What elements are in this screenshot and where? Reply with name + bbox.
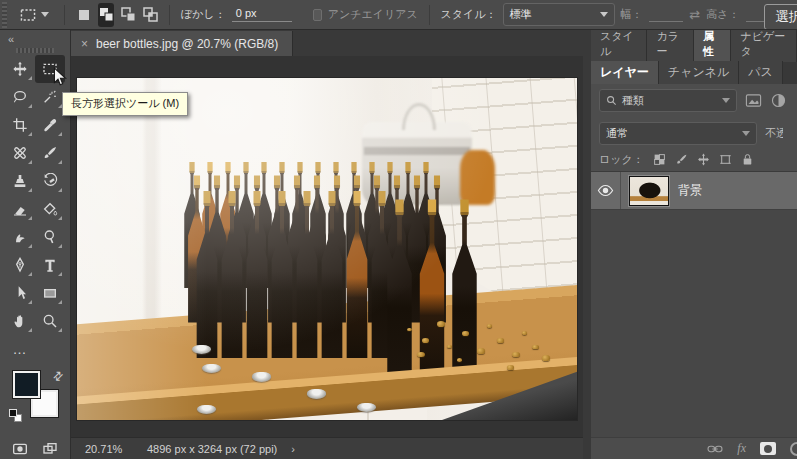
dock-divider[interactable] <box>583 30 591 459</box>
screen-mode-button[interactable] <box>35 435 65 459</box>
opacity-label: 不透明度： <box>765 126 783 141</box>
document-tab[interactable]: × beer bottles.jpg @ 20.7% (RGB/8) <box>71 31 293 56</box>
link-layers-icon[interactable] <box>707 442 723 456</box>
bottle-cap <box>462 331 469 336</box>
bottle-cap <box>422 338 429 343</box>
bottle-cap <box>487 324 492 328</box>
crop-tool[interactable] <box>5 111 35 139</box>
shape-tool[interactable] <box>35 279 65 307</box>
lock-artboard-icon[interactable] <box>719 153 732 166</box>
feather-input[interactable]: 0 px <box>232 7 292 22</box>
zoom-tool[interactable] <box>35 307 65 335</box>
style-label: スタイル： <box>441 7 497 22</box>
clone-stamp-tool[interactable] <box>5 167 35 195</box>
panel-tabs-top: スタイル カラー 属性 ナビゲータ <box>591 42 797 62</box>
lock-position-icon[interactable] <box>697 153 710 166</box>
zoom-level-field[interactable]: 20.71% <box>85 443 137 455</box>
history-brush-tool[interactable] <box>35 167 65 195</box>
magic-wand-icon <box>42 89 58 105</box>
layer-thumbnail[interactable] <box>629 176 669 206</box>
width-input[interactable] <box>649 7 684 22</box>
magic-wand-tool[interactable] <box>35 83 65 111</box>
foreground-color-swatch[interactable] <box>13 371 40 398</box>
filter-pixel-layers-button[interactable] <box>745 92 762 109</box>
select-and-mask-button[interactable]: 選択 <box>764 4 797 30</box>
lock-pixels-icon[interactable] <box>675 153 688 166</box>
paint-bucket-tool[interactable] <box>35 195 65 223</box>
tool-panel-grip[interactable] <box>16 48 54 53</box>
photo-beer-bottles[interactable] <box>77 78 577 420</box>
tool-tooltip: 長方形選択ツール (M) <box>62 92 188 116</box>
tab-paths[interactable]: パス <box>739 61 783 84</box>
tool-preset-dropdown[interactable] <box>15 5 53 25</box>
search-icon <box>606 95 617 106</box>
style-dropdown[interactable]: 標準 <box>503 3 615 26</box>
type-tool[interactable] <box>35 251 65 279</box>
hand-tool[interactable] <box>5 307 35 335</box>
path-selection-icon <box>12 285 28 301</box>
layer-visibility-toggle[interactable] <box>591 172 621 209</box>
layer-row-background[interactable]: 背景 <box>591 172 797 210</box>
move-tool[interactable] <box>5 55 35 83</box>
new-selection-button[interactable] <box>76 3 92 27</box>
collapse-panel-button[interactable]: « <box>0 30 70 45</box>
tab-channels[interactable]: チャンネル <box>659 61 739 84</box>
chevron-down-icon <box>600 12 608 17</box>
paint-bucket-icon <box>42 201 58 217</box>
pen-tool[interactable] <box>5 251 35 279</box>
lock-all-icon[interactable] <box>741 153 754 166</box>
options-bar-grip[interactable] <box>2 2 7 28</box>
status-chevron-icon[interactable]: › <box>291 443 295 455</box>
history-brush-icon <box>42 173 58 189</box>
dodge-tool[interactable] <box>35 223 65 251</box>
bottle-cap <box>437 321 445 327</box>
eraser-tool[interactable] <box>5 195 35 223</box>
blend-mode-dropdown[interactable]: 通常 <box>599 122 757 145</box>
lasso-icon <box>12 89 28 105</box>
add-to-selection-button[interactable] <box>98 3 114 27</box>
tab-properties[interactable]: 属性 <box>694 30 731 62</box>
document-size-info: 4896 px x 3264 px (72 ppi) <box>147 443 277 455</box>
subtract-from-selection-button[interactable] <box>120 3 136 27</box>
default-colors-icon[interactable] <box>9 409 23 423</box>
tab-color[interactable]: カラー <box>647 30 694 62</box>
document-title: beer bottles.jpg @ 20.7% (RGB/8) <box>96 37 278 51</box>
path-selection-tool[interactable] <box>5 279 35 307</box>
smudge-tool[interactable] <box>5 223 35 251</box>
dodge-icon <box>42 229 58 245</box>
tab-layers[interactable]: レイヤー <box>591 61 659 84</box>
color-swatches: ⇄ <box>0 369 70 431</box>
clone-stamp-icon <box>12 173 28 189</box>
layer-style-button[interactable]: fx <box>737 441 746 456</box>
adjustment-layer-icon[interactable] <box>790 442 797 456</box>
move-icon <box>12 61 28 77</box>
lock-transparency-icon[interactable] <box>653 153 666 166</box>
swap-dimensions-icon[interactable]: ⇄ <box>689 7 700 22</box>
healing-brush-tool[interactable] <box>5 139 35 167</box>
options-bar: ぼかし： 0 px アンチエイリアス スタイル： 標準 幅： ⇄ 高さ： 選択 <box>0 0 797 30</box>
tab-navigator[interactable]: ナビゲータ <box>731 30 797 62</box>
photo-amber-bottle-glow <box>460 150 495 205</box>
width-label: 幅： <box>621 7 643 22</box>
close-tab-icon[interactable]: × <box>81 37 88 51</box>
edit-toolbar-button[interactable]: … <box>5 335 35 363</box>
feather-label: ぼかし： <box>181 7 226 22</box>
layer-filter-dropdown[interactable]: 種類 <box>599 89 737 112</box>
zoom-icon <box>42 313 58 329</box>
bottle-cap <box>497 338 504 343</box>
eyedropper-tool[interactable] <box>35 111 65 139</box>
tab-styles[interactable]: スタイル <box>591 30 647 62</box>
brush-tool[interactable] <box>35 139 65 167</box>
quick-mask-button[interactable] <box>5 435 35 459</box>
lasso-tool[interactable] <box>5 83 35 111</box>
intersect-selection-button[interactable] <box>142 3 158 27</box>
swap-colors-icon[interactable]: ⇄ <box>50 367 67 384</box>
filter-adjustment-layers-button[interactable] <box>770 92 787 109</box>
chevron-down-icon <box>41 12 49 17</box>
rectangle-shape-icon <box>42 285 58 301</box>
add-layer-mask-icon[interactable] <box>760 442 776 455</box>
bottle-cap <box>522 331 527 335</box>
eye-icon <box>597 184 614 197</box>
antialias-checkbox[interactable] <box>313 9 322 21</box>
bottle-cap <box>507 365 514 370</box>
